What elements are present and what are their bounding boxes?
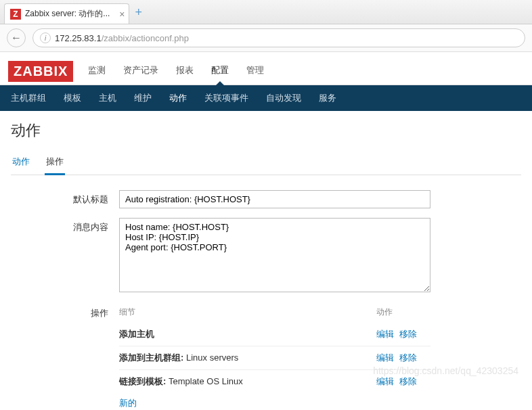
operations-table: 细节 动作 添加主机编辑移除添加到主机群组: Linux servers编辑移除… [119, 304, 430, 410]
message-textarea[interactable] [119, 218, 430, 292]
label-operations: 操作 [51, 304, 119, 410]
edit-link[interactable]: 编辑 [376, 375, 394, 388]
operation-actions: 编辑移除 [376, 328, 430, 340]
top-nav-item[interactable]: 资产记录 [120, 58, 161, 85]
browser-tab-strip: Z Zabbix server: 动作的... × + [0, 0, 532, 24]
sub-nav-item[interactable]: 主机群组 [8, 85, 49, 111]
top-nav-item[interactable]: 监测 [85, 58, 108, 85]
sub-nav-item[interactable]: 服务 [316, 85, 339, 111]
operation-detail: 添加主机 [119, 328, 376, 340]
zabbix-logo[interactable]: ZABBIX [8, 61, 73, 82]
sub-nav: 主机群组模板主机维护动作关联项事件自动发现服务 [0, 85, 532, 111]
label-subject: 默认标题 [51, 190, 119, 208]
table-row: 添加到主机群组: Linux servers编辑移除 [119, 346, 430, 369]
back-button[interactable]: ← [7, 28, 26, 47]
app-header: ZABBIX 监测资产记录报表配置管理 [0, 52, 532, 85]
url-host: 172.25.83.1 [55, 33, 102, 43]
new-tab-button[interactable]: + [135, 5, 142, 20]
sub-nav-item[interactable]: 模板 [61, 85, 84, 111]
action-form: 默认标题 消息内容 操作 细节 动作 添加主机编辑移除添加到主机群组: Linu… [51, 190, 521, 410]
close-icon[interactable]: × [119, 9, 125, 20]
col-detail-header: 细节 [119, 306, 376, 318]
sub-nav-item[interactable]: 主机 [96, 85, 119, 111]
edit-link[interactable]: 编辑 [376, 352, 394, 364]
remove-link[interactable]: 移除 [399, 375, 417, 388]
page-body: 动作 动作操作 默认标题 消息内容 操作 细节 动作 添加主机编辑 [0, 111, 532, 410]
table-row: 链接到模板: Template OS Linux编辑移除 [119, 369, 430, 393]
sub-nav-item[interactable]: 关联项事件 [202, 85, 251, 111]
table-header: 细节 动作 [119, 304, 430, 323]
subject-input[interactable] [119, 190, 430, 208]
remove-link[interactable]: 移除 [399, 328, 417, 340]
favicon-icon: Z [10, 9, 21, 20]
sub-nav-item[interactable]: 维护 [131, 85, 154, 111]
label-message: 消息内容 [51, 218, 119, 294]
sub-nav-item[interactable]: 自动发现 [263, 85, 304, 111]
sub-nav-item[interactable]: 动作 [167, 85, 190, 111]
top-nav-item[interactable]: 配置 [208, 58, 231, 85]
top-nav-item[interactable]: 管理 [244, 58, 267, 85]
operation-detail: 添加到主机群组: Linux servers [119, 352, 376, 364]
url-path: /zabbix/actionconf.php [102, 33, 189, 43]
inner-tab[interactable]: 动作 [11, 150, 31, 175]
operation-actions: 编辑移除 [376, 352, 430, 364]
page-title: 动作 [11, 120, 521, 141]
remove-link[interactable]: 移除 [399, 352, 417, 364]
top-nav-item[interactable]: 报表 [173, 58, 196, 85]
inner-tabs: 动作操作 [11, 150, 521, 175]
table-row: 添加主机编辑移除 [119, 323, 430, 346]
edit-link[interactable]: 编辑 [376, 328, 394, 340]
browser-tab[interactable]: Z Zabbix server: 动作的... × [4, 3, 129, 24]
address-bar: ← i 172.25.83.1/zabbix/actionconf.php [0, 24, 532, 52]
top-nav: 监测资产记录报表配置管理 [85, 58, 267, 85]
col-action-header: 动作 [376, 306, 430, 318]
new-operation-link[interactable]: 新的 [119, 398, 137, 408]
info-icon: i [40, 32, 51, 43]
inner-tab[interactable]: 操作 [45, 150, 65, 175]
url-input[interactable]: i 172.25.83.1/zabbix/actionconf.php [32, 28, 525, 47]
tab-title: Zabbix server: 动作的... [25, 8, 110, 20]
operation-detail: 链接到模板: Template OS Linux [119, 375, 376, 388]
operation-actions: 编辑移除 [376, 375, 430, 388]
